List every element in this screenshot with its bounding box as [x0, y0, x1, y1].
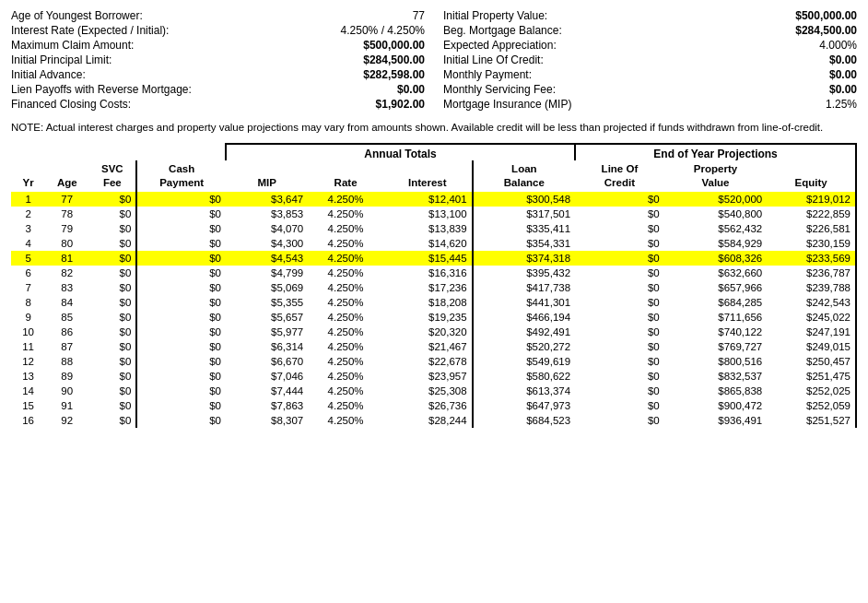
table-cell: $549,619 — [473, 354, 576, 369]
table-cell: 4.250% — [308, 310, 383, 325]
table-cell: $0 — [575, 310, 664, 325]
summary-row: Initial Advance:$282,598.00 — [11, 68, 425, 81]
table-cell: $520,272 — [473, 339, 576, 354]
table-row: 480$0$0$4,3004.250%$14,620$354,331$0$584… — [11, 236, 856, 251]
table-cell: 6 — [11, 266, 45, 280]
table-cell: $252,025 — [767, 384, 856, 398]
table-cell: $657,966 — [664, 280, 768, 295]
table-cell: $0 — [136, 266, 226, 280]
table-cell: $247,191 — [767, 325, 856, 339]
table-cell: $0 — [88, 339, 136, 354]
summary-row: Maximum Claim Amount:$500,000.00 — [11, 39, 425, 52]
table-cell: 84 — [45, 295, 88, 310]
th-mip: MIP — [226, 160, 308, 192]
table-cell: $0 — [136, 369, 226, 384]
table-cell: $4,300 — [226, 236, 308, 251]
summary-label: Maximum Claim Amount: — [11, 39, 134, 52]
table-cell: $249,015 — [767, 339, 856, 354]
table-cell: 78 — [45, 207, 88, 221]
table-cell: $230,159 — [767, 236, 856, 251]
table-cell: $0 — [575, 369, 664, 384]
summary-label: Mortgage Insurance (MIP) — [443, 98, 571, 111]
summary-label: Lien Payoffs with Reverse Mortgage: — [11, 83, 192, 96]
table-cell: $0 — [88, 192, 136, 207]
th-cash: CashPayment — [136, 160, 226, 192]
table-cell: 9 — [11, 310, 45, 325]
projections-table-container: Annual Totals End of Year Projections Yr… — [11, 143, 857, 428]
table-cell: $28,244 — [383, 413, 473, 428]
summary-row: Mortgage Insurance (MIP)1.25% — [443, 98, 857, 111]
summary-value: $284,500.00 — [795, 24, 857, 37]
table-row: 1490$0$0$7,4444.250%$25,308$613,374$0$86… — [11, 384, 856, 398]
table-cell: $26,736 — [383, 398, 473, 413]
summary-row: Age of Youngest Borrower:77 — [11, 9, 425, 22]
table-cell: 79 — [45, 221, 88, 236]
summary-label: Initial Property Value: — [443, 9, 547, 22]
table-cell: 83 — [45, 280, 88, 295]
table-cell: $17,236 — [383, 280, 473, 295]
summary-value: $500,000.00 — [363, 39, 425, 52]
table-cell: $0 — [136, 280, 226, 295]
table-cell: $3,853 — [226, 207, 308, 221]
table-row: 1086$0$0$5,9774.250%$20,320$492,491$0$74… — [11, 325, 856, 339]
table-cell: 13 — [11, 369, 45, 384]
table-cell: $0 — [575, 236, 664, 251]
table-cell: $0 — [136, 384, 226, 398]
table-cell: $0 — [575, 339, 664, 354]
table-cell: $684,285 — [664, 295, 768, 310]
table-cell: $0 — [575, 413, 664, 428]
table-cell: $0 — [575, 207, 664, 221]
table-cell: $7,046 — [226, 369, 308, 384]
table-cell: $242,543 — [767, 295, 856, 310]
table-cell: 87 — [45, 339, 88, 354]
summary-value: $0.00 — [829, 68, 857, 81]
table-cell: $3,647 — [226, 192, 308, 207]
table-cell: $520,000 — [664, 192, 768, 207]
table-cell: 4.250% — [308, 325, 383, 339]
summary-value: $0.00 — [829, 83, 857, 96]
th-svc: SVCFee — [88, 160, 136, 192]
table-cell: $0 — [88, 295, 136, 310]
table-cell: $0 — [136, 251, 226, 266]
table-cell: 4.250% — [308, 398, 383, 413]
table-cell: 10 — [11, 325, 45, 339]
table-cell: $608,326 — [664, 251, 768, 266]
spacer-header — [11, 144, 226, 160]
table-cell: 14 — [11, 384, 45, 398]
table-cell: 4.250% — [308, 236, 383, 251]
table-cell: 92 — [45, 413, 88, 428]
table-cell: $0 — [136, 207, 226, 221]
table-cell: $16,316 — [383, 266, 473, 280]
table-cell: $20,320 — [383, 325, 473, 339]
summary-value: $0.00 — [397, 83, 425, 96]
table-cell: 4.250% — [308, 295, 383, 310]
summary-value: $500,000.00 — [795, 9, 857, 22]
table-cell: $354,331 — [473, 236, 576, 251]
th-interest: Interest — [383, 160, 473, 192]
table-cell: $0 — [575, 251, 664, 266]
table-cell: $233,569 — [767, 251, 856, 266]
table-cell: $0 — [136, 339, 226, 354]
summary-value: $284,500.00 — [363, 53, 425, 66]
table-row: 884$0$0$5,3554.250%$18,208$441,301$0$684… — [11, 295, 856, 310]
th-rate: Rate — [308, 160, 383, 192]
table-cell: $15,445 — [383, 251, 473, 266]
summary-row: Monthly Servicing Fee:$0.00 — [443, 83, 857, 96]
table-cell: 90 — [45, 384, 88, 398]
table-cell: 4.250% — [308, 384, 383, 398]
table-row: 1187$0$0$6,3144.250%$21,467$520,272$0$76… — [11, 339, 856, 354]
table-cell: $0 — [575, 384, 664, 398]
table-cell: $0 — [575, 192, 664, 207]
table-cell: $374,318 — [473, 251, 576, 266]
table-cell: 4.250% — [308, 207, 383, 221]
summary-grid: Age of Youngest Borrower:77Interest Rate… — [11, 9, 857, 111]
table-cell: $832,537 — [664, 369, 768, 384]
summary-value: $282,598.00 — [363, 68, 425, 81]
table-cell: $0 — [88, 310, 136, 325]
summary-row: Expected Appreciation:4.000% — [443, 39, 857, 52]
summary-value: 4.250% / 4.250% — [341, 24, 425, 37]
table-cell: $466,194 — [473, 310, 576, 325]
table-cell: $250,457 — [767, 354, 856, 369]
table-row: 783$0$0$5,0694.250%$17,236$417,738$0$657… — [11, 280, 856, 295]
table-cell: $0 — [136, 398, 226, 413]
